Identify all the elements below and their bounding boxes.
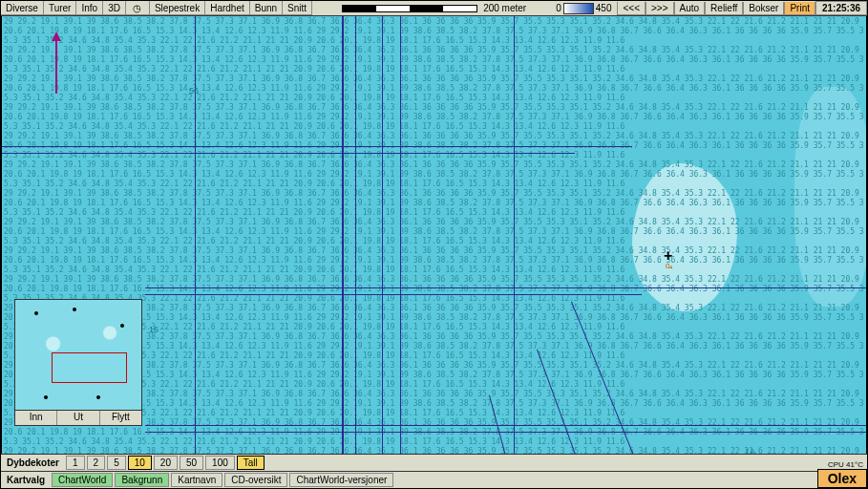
track-line	[342, 15, 344, 454]
minimap-zoom-in-button[interactable]: Inn	[15, 411, 57, 425]
minimap-marker-icon	[44, 395, 48, 399]
bottom-toolbar: Dybdekoter 1 2 5 10 20 50 100 Tall Kartv…	[1, 454, 867, 488]
minimap-viewport[interactable]	[52, 352, 127, 383]
chartworld-button[interactable]: ChartWorld	[52, 473, 113, 487]
kartvalg-label: Kartvalg	[1, 475, 51, 485]
depth-label: 16	[149, 325, 159, 334]
overview-minimap[interactable]	[14, 299, 142, 411]
menu-slepestrek[interactable]: Slepestrek	[150, 1, 205, 15]
app-root: Diverse Turer Info 3D ◷ Slepestrek Hardh…	[0, 0, 868, 489]
track-line	[400, 15, 401, 454]
north-arrow-icon	[52, 36, 61, 94]
menu-3d[interactable]: 3D	[103, 1, 126, 15]
contour-100-button[interactable]: 100	[205, 456, 235, 470]
kartvalg-row: Kartvalg ChartWorld Bakgrunn Kartnavn CD…	[1, 471, 867, 488]
menu-diverse[interactable]: Diverse	[1, 1, 44, 15]
track-line	[145, 287, 866, 288]
minimap-controls: Inn Ut Flytt	[14, 410, 142, 426]
relieff-button[interactable]: Relieff	[705, 2, 743, 15]
contour-10-button[interactable]: 10	[128, 456, 152, 470]
track-line	[382, 15, 383, 454]
minimap-marker-icon	[96, 395, 100, 399]
track-line	[145, 432, 866, 433]
contour-50-button[interactable]: 50	[180, 456, 203, 470]
olex-logo: Olex	[817, 469, 867, 488]
right-toolbar: 0 450 <<< >>> Auto Relieff Bokser Print …	[556, 1, 867, 15]
track-line	[2, 146, 632, 147]
depth-label: 56	[189, 86, 199, 96]
contour-5-button[interactable]: 5	[107, 456, 126, 470]
cpu-temp-readout: CPU 41°C	[828, 460, 863, 469]
print-button[interactable]: Print	[784, 2, 815, 15]
scale-indicator: 200 meter	[312, 3, 556, 13]
dybdekoter-row: Dybdekoter 1 2 5 10 20 50 100 Tall	[1, 454, 867, 471]
contour-2-button[interactable]: 2	[87, 456, 106, 470]
menu-turer[interactable]: Turer	[44, 1, 77, 15]
main-menu: Diverse Turer Info 3D ◷ Slepestrek Hardh…	[1, 1, 312, 15]
contour-1-button[interactable]: 1	[66, 456, 85, 470]
menu-bunn[interactable]: Bunn	[250, 1, 283, 15]
minimap-marker-icon	[73, 308, 76, 311]
zoom-out-button[interactable]: <<<	[617, 2, 646, 15]
depth-max: 450	[596, 3, 612, 13]
track-line	[2, 153, 575, 154]
track-line	[514, 15, 515, 454]
contour-20-button[interactable]: 20	[154, 456, 178, 470]
top-toolbar: Diverse Turer Info 3D ◷ Slepestrek Hardh…	[1, 1, 867, 16]
depth-label: 1A	[745, 447, 755, 454]
track-line	[145, 425, 866, 426]
track-line	[195, 15, 196, 454]
minimap-move-button[interactable]: Flytt	[100, 411, 141, 425]
dybdekoter-label: Dybdekoter	[1, 457, 65, 468]
track-line	[145, 294, 642, 295]
menu-info[interactable]: Info	[76, 1, 103, 15]
auto-button[interactable]: Auto	[674, 2, 706, 15]
scale-bar-icon	[342, 5, 477, 12]
kartnavn-button[interactable]: Kartnavn	[171, 473, 222, 487]
depth-gradient-icon	[563, 3, 594, 14]
zoom-in-button[interactable]: >>>	[646, 2, 674, 15]
chartworld-versjoner-button[interactable]: ChartWorld-versjoner	[289, 473, 393, 487]
scale-label: 200 meter	[483, 3, 526, 13]
chart-canvas[interactable]: 29 29.2 19.1 39.1 39 38.6 38.5 38.2 37.8…	[2, 15, 866, 454]
track-line	[355, 15, 356, 454]
menu-hardhet[interactable]: Hardhet	[205, 1, 250, 15]
cursor-depth: 0₄	[666, 262, 672, 270]
minimap-marker-icon	[120, 324, 124, 328]
clock-icon[interactable]: ◷	[126, 1, 150, 15]
cd-oversikt-button[interactable]: CD-oversikt	[224, 473, 287, 487]
clock-readout: 21:25:36	[815, 1, 867, 15]
tall-toggle-button[interactable]: Tall	[237, 456, 265, 470]
menu-snitt[interactable]: Snitt	[283, 1, 312, 15]
bakgrunn-button[interactable]: Bakgrunn	[115, 473, 169, 487]
minimap-zoom-out-button[interactable]: Ut	[57, 411, 99, 425]
depth-min: 0	[556, 3, 561, 13]
minimap-marker-icon	[34, 311, 38, 315]
bokser-button[interactable]: Bokser	[743, 2, 784, 15]
